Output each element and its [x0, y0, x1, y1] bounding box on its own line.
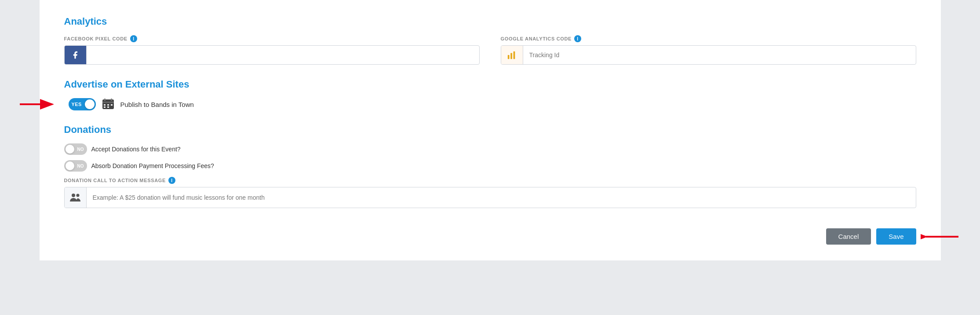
publish-toggle[interactable]: YES: [69, 98, 96, 110]
absorb-toggle-no-label: NO: [77, 164, 84, 168]
svg-rect-1: [510, 53, 512, 59]
page-wrapper: Analytics FACEBOOK PIXEL CODE i: [0, 0, 980, 315]
svg-rect-0: [508, 55, 510, 59]
cancel-button[interactable]: Cancel: [826, 228, 871, 245]
donations-section: Donations NO Accept Donations for this E…: [64, 124, 916, 208]
facebook-label: FACEBOOK PIXEL CODE i: [64, 35, 480, 42]
publish-label: Publish to Bands in Town: [120, 101, 194, 108]
svg-rect-12: [104, 106, 106, 108]
google-analytics-icon: [507, 50, 517, 60]
bands-in-town-toggle-row: YES Publish to: [69, 98, 194, 110]
left-arrow-indicator: [18, 97, 58, 112]
footer-bar: Cancel Save: [64, 224, 916, 245]
advertise-title: Advertise on External Sites: [64, 79, 916, 90]
absorb-fees-toggle[interactable]: NO: [64, 160, 87, 172]
svg-rect-9: [104, 104, 106, 106]
advertise-section: Advertise on External Sites YES: [64, 79, 916, 112]
toggle-knob: [85, 99, 95, 109]
cta-input[interactable]: [87, 187, 916, 208]
facebook-input-wrapper: [64, 45, 480, 65]
cta-icon-box: [65, 187, 87, 208]
absorb-fees-row: NO Absorb Donation Payment Processing Fe…: [64, 160, 916, 172]
accept-toggle-no-label: NO: [77, 147, 84, 152]
svg-rect-6: [102, 102, 114, 103]
analytics-section: Analytics FACEBOOK PIXEL CODE i: [64, 16, 916, 65]
analytics-row: FACEBOOK PIXEL CODE i: [64, 35, 916, 65]
svg-rect-10: [107, 104, 109, 106]
facebook-info-icon[interactable]: i: [130, 35, 137, 42]
google-label: GOOGLE ANALYTICS CODE i: [501, 35, 916, 42]
facebook-field: FACEBOOK PIXEL CODE i: [64, 35, 480, 65]
donations-title: Donations: [64, 124, 916, 136]
google-info-icon[interactable]: i: [574, 35, 581, 42]
svg-rect-2: [514, 51, 515, 59]
absorb-fees-label: Absorb Donation Payment Processing Fees?: [91, 162, 214, 169]
accept-donations-row: NO Accept Donations for this Event?: [64, 143, 916, 155]
facebook-input[interactable]: [87, 46, 479, 64]
accept-toggle-knob: [66, 145, 74, 154]
google-input[interactable]: [523, 46, 916, 64]
absorb-toggle-knob: [66, 161, 74, 170]
save-button[interactable]: Save: [876, 228, 916, 245]
svg-rect-13: [107, 106, 109, 108]
google-field: GOOGLE ANALYTICS CODE i: [501, 35, 916, 65]
cta-input-wrapper: [64, 187, 916, 208]
svg-rect-11: [111, 104, 113, 106]
facebook-icon-box: [65, 46, 87, 64]
right-arrow-indicator: [921, 229, 960, 244]
cta-person-icon: [69, 192, 81, 203]
toggle-yes-label: YES: [72, 102, 82, 107]
cta-info-icon[interactable]: i: [168, 177, 175, 184]
svg-rect-8: [111, 99, 112, 101]
svg-rect-7: [104, 99, 106, 101]
main-card: Analytics FACEBOOK PIXEL CODE i: [40, 0, 941, 260]
cta-field-label: DONATION CALL TO ACTION MESSAGE i: [64, 177, 916, 184]
svg-point-15: [77, 194, 80, 197]
accept-donations-label: Accept Donations for this Event?: [91, 146, 181, 153]
bands-in-town-icon: [102, 98, 114, 110]
donation-cta-section: DONATION CALL TO ACTION MESSAGE i: [64, 177, 916, 208]
google-input-wrapper: [501, 45, 916, 65]
facebook-icon: [71, 51, 80, 59]
analytics-title: Analytics: [64, 16, 916, 27]
google-icon-box: [501, 46, 523, 64]
accept-donations-toggle[interactable]: NO: [64, 143, 87, 155]
svg-point-14: [72, 194, 75, 197]
